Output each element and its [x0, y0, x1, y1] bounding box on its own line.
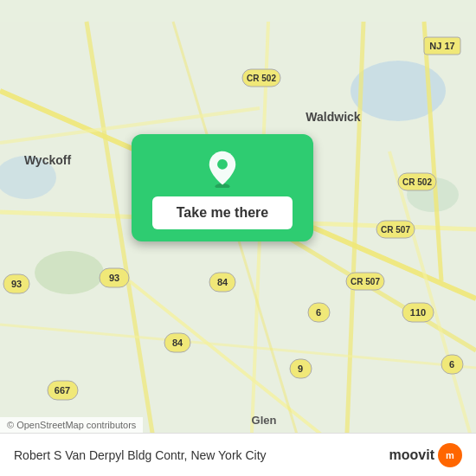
svg-text:Wyckoff: Wyckoff [24, 153, 72, 167]
svg-text:NJ 17: NJ 17 [429, 41, 454, 51]
svg-text:667: 667 [55, 385, 70, 396]
svg-text:93: 93 [11, 279, 22, 289]
copyright-bar: © OpenStreetMap contributors [0, 417, 143, 433]
svg-text:Glen: Glen [252, 414, 277, 427]
svg-point-49 [217, 159, 228, 170]
moovit-logo: moovit m [389, 443, 462, 467]
bottom-bar: Robert S Van Derpyl Bldg Contr, New York… [0, 433, 476, 476]
map-container: NJ 17 CR 502 CR 502 CR 507 CR 507 93 93 … [0, 0, 476, 476]
svg-text:CR 507: CR 507 [351, 277, 380, 286]
moovit-icon: m [438, 443, 462, 467]
take-me-there-container: Take me there [132, 134, 313, 241]
take-me-there-button[interactable]: Take me there [152, 196, 293, 229]
svg-text:m: m [446, 450, 454, 460]
green-card: Take me there [132, 134, 313, 241]
location-pin-icon [203, 150, 241, 188]
copyright-text: © OpenStreetMap contributors [7, 420, 136, 430]
svg-point-1 [35, 251, 104, 294]
moovit-text: moovit [389, 447, 434, 463]
svg-text:Waldwick: Waldwick [306, 110, 360, 124]
svg-text:6: 6 [449, 359, 454, 370]
svg-text:9: 9 [298, 363, 303, 374]
svg-text:CR 502: CR 502 [247, 74, 276, 83]
location-name: Robert S Van Derpyl Bldg Contr, New York… [14, 448, 267, 462]
svg-text:110: 110 [410, 307, 426, 318]
svg-text:84: 84 [172, 338, 183, 348]
svg-text:6: 6 [316, 307, 321, 318]
svg-text:93: 93 [109, 273, 119, 283]
svg-text:CR 507: CR 507 [381, 225, 410, 235]
svg-text:84: 84 [217, 277, 228, 287]
svg-text:CR 502: CR 502 [402, 177, 432, 187]
